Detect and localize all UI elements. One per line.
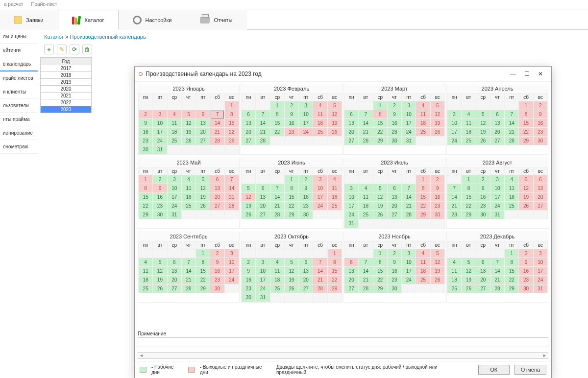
day-cell[interactable]: 28 [181, 284, 196, 293]
day-cell[interactable]: 15 [505, 267, 519, 276]
day-cell[interactable]: 17 [490, 193, 504, 202]
day-cell[interactable]: 24 [402, 276, 416, 284]
menu-item[interactable]: а расчет [0, 1, 27, 9]
day-cell[interactable]: 14 [505, 119, 519, 128]
day-cell[interactable]: 24 [447, 137, 462, 145]
year-row[interactable]: 2017 [40, 65, 92, 72]
day-cell[interactable]: 1 [505, 249, 519, 258]
day-cell[interactable]: 24 [299, 128, 313, 137]
day-cell[interactable]: 5 [476, 110, 490, 119]
day-cell[interactable]: 24 [256, 284, 270, 293]
day-cell[interactable]: 29 [196, 284, 210, 293]
day-cell[interactable]: 3 [533, 249, 547, 258]
day-cell[interactable]: 2 [476, 175, 490, 184]
day-cell[interactable]: 10 [167, 184, 181, 193]
day-cell[interactable]: 23 [519, 276, 533, 284]
day-cell[interactable]: 10 [402, 110, 416, 119]
day-cell[interactable]: 27 [167, 284, 181, 293]
day-cell[interactable]: 6 [533, 175, 547, 184]
cancel-button[interactable]: Отмена [514, 365, 546, 375]
day-cell[interactable]: 14 [490, 267, 504, 276]
day-cell[interactable]: 31 [153, 145, 167, 154]
day-cell[interactable]: 17 [402, 119, 416, 128]
day-cell[interactable]: 13 [344, 119, 359, 128]
day-cell[interactable]: 4 [181, 175, 196, 184]
day-cell[interactable]: 30 [476, 211, 490, 219]
day-cell[interactable]: 10 [344, 193, 359, 202]
day-cell[interactable]: 18 [447, 276, 462, 284]
day-cell[interactable]: 26 [196, 202, 210, 211]
day-cell[interactable]: 22 [224, 128, 239, 137]
sidebar-item[interactable]: ейтинги [0, 44, 38, 57]
day-cell[interactable]: 5 [153, 258, 167, 267]
day-cell[interactable]: 18 [313, 119, 327, 128]
day-cell[interactable]: 12 [242, 193, 256, 202]
day-cell[interactable]: 28 [210, 137, 224, 145]
day-cell[interactable]: 15 [462, 193, 476, 202]
day-cell[interactable]: 6 [210, 175, 224, 184]
day-cell[interactable]: 4 [139, 258, 153, 267]
day-cell[interactable]: 18 [270, 276, 284, 284]
day-cell[interactable]: 16 [533, 119, 547, 128]
day-cell[interactable]: 26 [284, 284, 298, 293]
day-cell[interactable]: 12 [519, 184, 533, 193]
day-cell[interactable]: 6 [196, 110, 210, 119]
day-cell[interactable]: 26 [462, 284, 476, 293]
day-cell[interactable]: 1 [284, 175, 298, 184]
day-cell[interactable]: 19 [181, 128, 196, 137]
day-cell[interactable]: 25 [139, 284, 153, 293]
day-cell[interactable]: 16 [153, 193, 167, 202]
day-cell[interactable]: 7 [210, 110, 224, 119]
year-row[interactable]: 2018 [40, 72, 92, 79]
day-cell[interactable]: 19 [462, 276, 476, 284]
day-cell[interactable]: 27 [210, 202, 224, 211]
day-cell[interactable]: 14 [359, 267, 373, 276]
day-cell[interactable]: 15 [373, 267, 387, 276]
day-cell[interactable]: 28 [224, 202, 239, 211]
day-cell[interactable]: 13 [533, 184, 547, 193]
day-cell[interactable]: 25 [447, 284, 462, 293]
sidebar-item[interactable]: ионирование [0, 126, 38, 140]
day-cell[interactable]: 13 [476, 267, 490, 276]
day-cell[interactable]: 5 [430, 101, 444, 110]
day-cell[interactable]: 12 [462, 267, 476, 276]
day-cell[interactable]: 14 [402, 193, 416, 202]
day-cell[interactable]: 22 [196, 276, 210, 284]
day-cell[interactable]: 7 [256, 110, 270, 119]
day-cell[interactable]: 23 [153, 202, 167, 211]
day-cell[interactable]: 11 [270, 267, 284, 276]
day-cell[interactable]: 11 [167, 119, 181, 128]
day-cell[interactable]: 9 [299, 184, 313, 193]
day-cell[interactable]: 11 [416, 110, 430, 119]
tab-settings[interactable]: Настройки [119, 10, 186, 30]
day-cell[interactable]: 20 [476, 276, 490, 284]
day-cell[interactable]: 22 [416, 202, 430, 211]
day-cell[interactable]: 4 [447, 258, 462, 267]
day-cell[interactable]: 13 [196, 119, 210, 128]
day-cell[interactable]: 21 [270, 202, 284, 211]
day-cell[interactable]: 14 [210, 119, 224, 128]
day-cell[interactable]: 20 [344, 128, 359, 137]
day-cell[interactable]: 13 [490, 119, 504, 128]
day-cell[interactable]: 30 [430, 211, 444, 219]
day-cell[interactable]: 9 [139, 119, 153, 128]
day-cell[interactable]: 2 [153, 175, 167, 184]
day-cell[interactable]: 27 [476, 284, 490, 293]
day-cell[interactable]: 3 [402, 249, 416, 258]
day-cell[interactable]: 16 [284, 119, 298, 128]
day-cell[interactable]: 28 [402, 211, 416, 219]
day-cell[interactable]: 27 [490, 137, 504, 145]
day-cell[interactable]: 14 [181, 267, 196, 276]
day-cell[interactable]: 5 [284, 258, 298, 267]
day-cell[interactable]: 19 [519, 193, 533, 202]
day-cell[interactable]: 19 [284, 276, 298, 284]
day-cell[interactable]: 25 [416, 276, 430, 284]
day-cell[interactable]: 10 [447, 119, 462, 128]
day-cell[interactable]: 20 [533, 193, 547, 202]
day-cell[interactable]: 23 [387, 276, 401, 284]
day-cell[interactable]: 30 [210, 284, 224, 293]
day-cell[interactable]: 2 [533, 101, 547, 110]
day-cell[interactable]: 11 [181, 184, 196, 193]
day-cell[interactable]: 26 [519, 202, 533, 211]
day-cell[interactable]: 29 [519, 137, 533, 145]
